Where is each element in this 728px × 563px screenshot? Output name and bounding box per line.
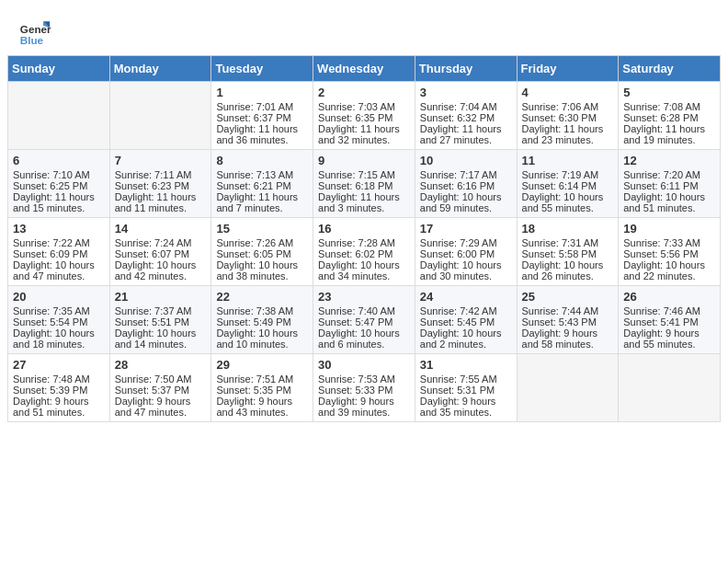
calendar-table: SundayMondayTuesdayWednesdayThursdayFrid… (7, 55, 721, 422)
calendar-wrap: SundayMondayTuesdayWednesdayThursdayFrid… (0, 55, 728, 430)
sunset-text: Sunset: 5:58 PM (522, 248, 614, 259)
sunrise-text: Sunrise: 7:50 AM (115, 373, 207, 385)
sunrise-text: Sunrise: 7:19 AM (522, 169, 614, 180)
calendar-day-cell: 13Sunrise: 7:22 AMSunset: 6:09 PMDayligh… (8, 218, 110, 286)
days-of-week-row: SundayMondayTuesdayWednesdayThursdayFrid… (8, 56, 721, 82)
calendar-week-row: 27Sunrise: 7:48 AMSunset: 5:39 PMDayligh… (8, 354, 721, 422)
calendar-day-cell: 25Sunrise: 7:44 AMSunset: 5:43 PMDayligh… (517, 286, 619, 354)
daylight-text: Daylight: 11 hours and 11 minutes. (115, 191, 207, 213)
daylight-text: Daylight: 9 hours and 35 minutes. (420, 396, 512, 418)
day-number: 26 (623, 290, 715, 304)
page-header: General Blue (0, 0, 728, 55)
calendar-header: SundayMondayTuesdayWednesdayThursdayFrid… (8, 56, 721, 82)
sunset-text: Sunset: 6:18 PM (318, 180, 410, 191)
sunset-text: Sunset: 5:33 PM (318, 385, 410, 396)
daylight-text: Daylight: 11 hours and 19 minutes. (623, 123, 715, 145)
day-of-week-header: Thursday (415, 56, 517, 82)
daylight-text: Daylight: 10 hours and 26 minutes. (522, 259, 614, 282)
daylight-text: Daylight: 10 hours and 55 minutes. (522, 191, 614, 213)
day-number: 25 (522, 290, 614, 304)
day-number: 13 (13, 222, 105, 236)
sunset-text: Sunset: 5:37 PM (115, 385, 207, 396)
sunrise-text: Sunrise: 7:31 AM (522, 237, 614, 248)
sunrise-text: Sunrise: 7:48 AM (13, 373, 105, 385)
daylight-text: Daylight: 11 hours and 7 minutes. (216, 191, 308, 213)
calendar-day-cell: 8Sunrise: 7:13 AMSunset: 6:21 PMDaylight… (211, 150, 313, 218)
daylight-text: Daylight: 10 hours and 47 minutes. (13, 259, 105, 282)
daylight-text: Daylight: 11 hours and 3 minutes. (318, 191, 410, 213)
calendar-week-row: 13Sunrise: 7:22 AMSunset: 6:09 PMDayligh… (8, 218, 721, 286)
sunrise-text: Sunrise: 7:46 AM (623, 305, 715, 316)
sunset-text: Sunset: 6:00 PM (420, 248, 512, 259)
sunrise-text: Sunrise: 7:10 AM (13, 169, 105, 180)
daylight-text: Daylight: 9 hours and 55 minutes. (623, 327, 715, 350)
sunrise-text: Sunrise: 7:51 AM (216, 373, 308, 385)
day-of-week-header: Monday (109, 56, 211, 82)
sunset-text: Sunset: 5:31 PM (420, 385, 512, 396)
day-number: 11 (522, 154, 614, 167)
calendar-day-cell: 31Sunrise: 7:55 AMSunset: 5:31 PMDayligh… (415, 354, 517, 422)
sunset-text: Sunset: 6:16 PM (420, 180, 512, 191)
calendar-day-cell: 27Sunrise: 7:48 AMSunset: 5:39 PMDayligh… (8, 354, 110, 422)
sunset-text: Sunset: 5:43 PM (522, 316, 614, 327)
sunset-text: Sunset: 5:56 PM (623, 248, 715, 259)
svg-text:Blue: Blue (20, 34, 44, 46)
day-number: 6 (13, 154, 105, 167)
calendar-day-cell: 3Sunrise: 7:04 AMSunset: 6:32 PMDaylight… (415, 82, 517, 150)
calendar-week-row: 1Sunrise: 7:01 AMSunset: 6:37 PMDaylight… (8, 82, 721, 150)
calendar-day-cell: 28Sunrise: 7:50 AMSunset: 5:37 PMDayligh… (109, 354, 211, 422)
day-number: 4 (522, 86, 614, 99)
sunrise-text: Sunrise: 7:40 AM (318, 305, 410, 316)
calendar-day-cell: 16Sunrise: 7:28 AMSunset: 6:02 PMDayligh… (313, 218, 415, 286)
calendar-day-cell: 14Sunrise: 7:24 AMSunset: 6:07 PMDayligh… (109, 218, 211, 286)
sunrise-text: Sunrise: 7:37 AM (115, 305, 207, 316)
day-number: 24 (420, 290, 512, 304)
calendar-day-cell: 11Sunrise: 7:19 AMSunset: 6:14 PMDayligh… (517, 150, 619, 218)
calendar-day-cell: 26Sunrise: 7:46 AMSunset: 5:41 PMDayligh… (619, 286, 721, 354)
sunrise-text: Sunrise: 7:22 AM (13, 237, 105, 248)
day-number: 23 (318, 290, 410, 304)
calendar-day-cell: 23Sunrise: 7:40 AMSunset: 5:47 PMDayligh… (313, 286, 415, 354)
day-of-week-header: Sunday (8, 56, 110, 82)
sunrise-text: Sunrise: 7:11 AM (115, 169, 207, 180)
calendar-day-cell: 29Sunrise: 7:51 AMSunset: 5:35 PMDayligh… (211, 354, 313, 422)
calendar-day-cell: 12Sunrise: 7:20 AMSunset: 6:11 PMDayligh… (619, 150, 721, 218)
calendar-body: 1Sunrise: 7:01 AMSunset: 6:37 PMDaylight… (8, 82, 721, 422)
day-number: 19 (623, 222, 715, 236)
sunrise-text: Sunrise: 7:53 AM (318, 373, 410, 385)
sunset-text: Sunset: 5:54 PM (13, 316, 105, 327)
daylight-text: Daylight: 9 hours and 51 minutes. (13, 396, 105, 418)
daylight-text: Daylight: 11 hours and 23 minutes. (522, 123, 614, 145)
daylight-text: Daylight: 10 hours and 51 minutes. (623, 191, 715, 213)
day-number: 14 (115, 222, 207, 236)
sunset-text: Sunset: 6:05 PM (216, 248, 308, 259)
sunset-text: Sunset: 6:14 PM (522, 180, 614, 191)
calendar-day-cell: 21Sunrise: 7:37 AMSunset: 5:51 PMDayligh… (109, 286, 211, 354)
sunrise-text: Sunrise: 7:38 AM (216, 305, 308, 316)
calendar-day-cell: 17Sunrise: 7:29 AMSunset: 6:00 PMDayligh… (415, 218, 517, 286)
calendar-day-cell: 30Sunrise: 7:53 AMSunset: 5:33 PMDayligh… (313, 354, 415, 422)
calendar-day-cell (517, 354, 619, 422)
sunset-text: Sunset: 5:35 PM (216, 385, 308, 396)
sunrise-text: Sunrise: 7:15 AM (318, 169, 410, 180)
day-number: 18 (522, 222, 614, 236)
daylight-text: Daylight: 9 hours and 47 minutes. (115, 396, 207, 418)
sunset-text: Sunset: 5:45 PM (420, 316, 512, 327)
sunset-text: Sunset: 5:41 PM (623, 316, 715, 327)
calendar-week-row: 6Sunrise: 7:10 AMSunset: 6:25 PMDaylight… (8, 150, 721, 218)
sunrise-text: Sunrise: 7:03 AM (318, 101, 410, 112)
sunset-text: Sunset: 5:47 PM (318, 316, 410, 327)
sunrise-text: Sunrise: 7:33 AM (623, 237, 715, 248)
day-number: 21 (115, 290, 207, 304)
daylight-text: Daylight: 11 hours and 36 minutes. (216, 123, 308, 145)
calendar-day-cell: 7Sunrise: 7:11 AMSunset: 6:23 PMDaylight… (109, 150, 211, 218)
sunrise-text: Sunrise: 7:35 AM (13, 305, 105, 316)
day-number: 15 (216, 222, 308, 236)
day-number: 1 (216, 86, 308, 99)
calendar-day-cell (619, 354, 721, 422)
day-number: 27 (13, 358, 105, 372)
sunrise-text: Sunrise: 7:29 AM (420, 237, 512, 248)
sunset-text: Sunset: 6:23 PM (115, 180, 207, 191)
calendar-day-cell: 9Sunrise: 7:15 AMSunset: 6:18 PMDaylight… (313, 150, 415, 218)
day-number: 2 (318, 86, 410, 99)
